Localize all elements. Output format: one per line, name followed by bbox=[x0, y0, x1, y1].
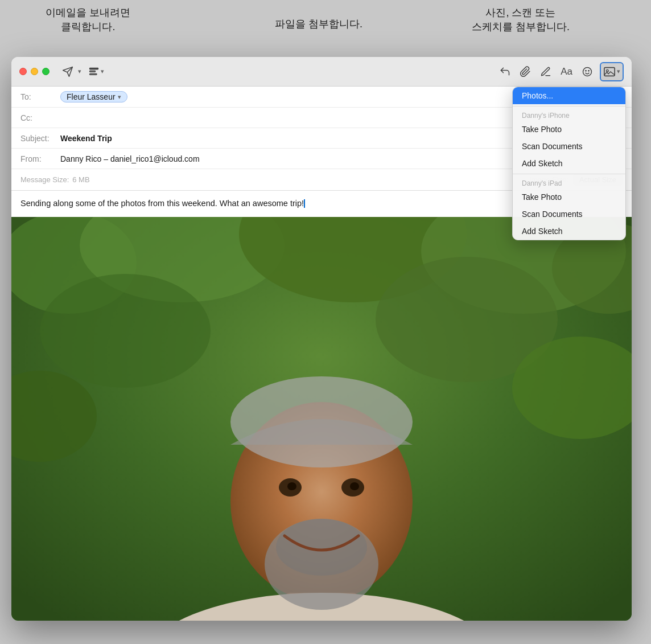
text-cursor bbox=[304, 199, 305, 208]
svg-point-26 bbox=[350, 482, 359, 490]
svg-point-22 bbox=[276, 519, 367, 576]
svg-point-14 bbox=[40, 274, 211, 388]
format-icon bbox=[88, 66, 100, 77]
svg-point-7 bbox=[607, 69, 609, 72]
attach-file-button[interactable] bbox=[517, 64, 533, 80]
photo-annotation: 사진, 스캔 또는스케치를 첨부합니다. bbox=[464, 6, 578, 34]
menu-item-photos[interactable]: Photos... bbox=[513, 87, 625, 104]
send-chevron[interactable]: ▾ bbox=[78, 68, 81, 75]
font-button[interactable]: Aa bbox=[558, 64, 575, 80]
format-chevron: ▾ bbox=[101, 68, 104, 75]
markup-icon bbox=[540, 66, 551, 77]
from-label: From: bbox=[20, 154, 60, 163]
menu-item-scan-docs-iphone[interactable]: Scan Documents bbox=[513, 138, 625, 155]
from-value: Danny Rico – daniel_rico1@icloud.com bbox=[60, 154, 200, 163]
menu-item-add-sketch-iphone[interactable]: Add Sketch bbox=[513, 155, 625, 172]
reply-icon bbox=[499, 66, 510, 77]
svg-rect-0 bbox=[90, 68, 98, 69]
svg-point-3 bbox=[583, 67, 592, 76]
message-size-value: 6 MB bbox=[72, 175, 89, 184]
photo-svg bbox=[11, 217, 632, 621]
emoji-icon bbox=[582, 66, 593, 77]
toolbar-right: Aa ▾ bbox=[497, 62, 624, 81]
email-body[interactable]: Sending along some of the photos from th… bbox=[11, 191, 632, 621]
recipient-chevron: ▾ bbox=[118, 93, 121, 101]
markup-button[interactable] bbox=[538, 64, 554, 80]
menu-item-scan-docs-ipad[interactable]: Scan Documents bbox=[513, 206, 625, 223]
menu-iphone-header: Danny's iPhone bbox=[513, 108, 625, 121]
svg-point-5 bbox=[588, 70, 590, 71]
menu-item-take-photo-ipad[interactable]: Take Photo bbox=[513, 188, 625, 206]
subject-label: Subject: bbox=[20, 134, 60, 143]
send-icon bbox=[62, 66, 73, 77]
minimize-button[interactable] bbox=[31, 68, 38, 75]
maximize-button[interactable] bbox=[42, 68, 50, 75]
recipient-token[interactable]: Fleur Lasseur ▾ bbox=[60, 91, 127, 102]
attach-annotation: 파일을 첨부합니다. bbox=[273, 17, 364, 31]
menu-ipad-header: Danny's iPad bbox=[513, 176, 625, 188]
mail-window: ▾ ▾ bbox=[11, 57, 632, 621]
paperclip-icon bbox=[520, 66, 531, 77]
email-photo bbox=[11, 217, 632, 621]
photo-dropdown-menu: Photos... Danny's iPhone Take Photo Scan… bbox=[512, 87, 626, 240]
to-label: To: bbox=[20, 92, 60, 101]
photo-insert-button[interactable]: ▾ bbox=[600, 62, 624, 81]
menu-item-take-photo-iphone[interactable]: Take Photo bbox=[513, 121, 625, 138]
svg-rect-6 bbox=[604, 67, 615, 76]
format-button[interactable]: ▾ bbox=[86, 64, 106, 80]
emoji-button[interactable] bbox=[579, 64, 595, 80]
menu-item-add-sketch-ipad[interactable]: Add Sketch bbox=[513, 223, 625, 240]
photo-chevron: ▾ bbox=[617, 68, 620, 75]
svg-rect-2 bbox=[90, 73, 97, 75]
menu-divider-1 bbox=[513, 106, 625, 106]
traffic-lights bbox=[19, 68, 50, 75]
svg-point-25 bbox=[287, 482, 296, 490]
reply-button[interactable] bbox=[497, 64, 513, 80]
subject-value[interactable]: Weekend Trip bbox=[60, 134, 112, 143]
send-annotation: 이메일을 보내려면 클릭합니다. bbox=[43, 6, 134, 34]
svg-point-4 bbox=[586, 70, 587, 71]
close-button[interactable] bbox=[19, 68, 27, 75]
cc-label: Cc: bbox=[20, 113, 60, 122]
message-size-label: Message Size: bbox=[20, 175, 69, 184]
photo-icon bbox=[603, 65, 616, 78]
toolbar-left: ▾ ▾ bbox=[60, 64, 106, 80]
font-label: Aa bbox=[561, 66, 572, 77]
svg-rect-1 bbox=[90, 71, 96, 72]
send-button[interactable] bbox=[60, 64, 76, 80]
menu-divider-2 bbox=[513, 174, 625, 174]
toolbar: ▾ ▾ bbox=[11, 57, 632, 87]
